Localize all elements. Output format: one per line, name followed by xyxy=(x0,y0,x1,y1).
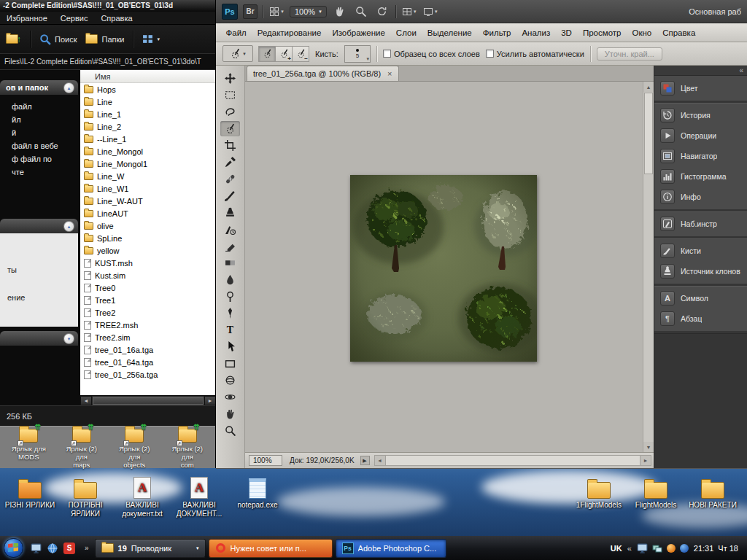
dodge-tool[interactable] xyxy=(220,289,240,304)
scrollbar-thumb[interactable] xyxy=(385,456,640,465)
panel-button-brushes[interactable]: Кисти xyxy=(654,241,747,261)
panel-button-presets[interactable]: Наб.инстр xyxy=(654,214,747,234)
lasso-tool[interactable] xyxy=(220,104,240,120)
pen-tool[interactable] xyxy=(220,306,240,321)
brush-tool[interactable] xyxy=(220,188,240,203)
explorer-menu-item[interactable]: Сервис xyxy=(54,14,95,23)
file-row[interactable]: Tree0 xyxy=(80,281,216,294)
file-row[interactable]: tree_01_64a.tga xyxy=(80,356,216,368)
desktop-icon[interactable]: ВАЖЛИВІ ДОКУМЕНТ... xyxy=(172,472,226,518)
alert-orange-icon[interactable] xyxy=(667,544,676,553)
desktop-icon[interactable]: ПОТРІБНІ ЯРЛИКИ xyxy=(58,472,112,518)
photoshop-menu-item[interactable]: Просмотр xyxy=(577,28,627,37)
view-extras-button[interactable]: ▾ xyxy=(268,4,285,19)
scroll-left-icon[interactable]: ◄ xyxy=(80,396,92,405)
display-2-icon[interactable] xyxy=(652,543,662,553)
photoshop-menu-item[interactable]: Выделение xyxy=(422,28,477,37)
hand-tool[interactable] xyxy=(220,406,240,421)
snagit-icon[interactable] xyxy=(63,542,75,554)
task-pane-item[interactable]: й xyxy=(12,128,79,137)
bridge-button[interactable]: Br xyxy=(243,4,258,19)
file-row[interactable]: Line_Mongol xyxy=(80,145,216,158)
file-row[interactable]: Line_W xyxy=(80,170,216,182)
panel-button-history[interactable]: История xyxy=(654,105,747,125)
dock-collapse-bar[interactable]: « xyxy=(654,66,747,76)
file-row[interactable]: Line_Mongol1 xyxy=(80,158,216,170)
start-button[interactable] xyxy=(4,538,23,558)
canvas-horizontal-scrollbar[interactable]: ◄ ► xyxy=(374,455,651,466)
document-image[interactable] xyxy=(350,175,537,362)
views-button[interactable]: ▾ xyxy=(142,34,160,44)
task-pane-item[interactable]: файл в вебе xyxy=(12,141,79,150)
file-row[interactable]: Kust.sim xyxy=(80,269,216,281)
photoshop-menu-item[interactable]: Слои xyxy=(390,28,422,37)
scroll-right-icon[interactable]: ► xyxy=(640,456,651,465)
scrollbar-thumb[interactable] xyxy=(644,93,653,174)
move-tool[interactable] xyxy=(220,71,240,86)
current-tool-well[interactable]: ▾ xyxy=(222,45,253,62)
quick-launch-chevron[interactable]: » xyxy=(82,544,91,552)
vertical-scrollbar[interactable]: ▲ ▼ xyxy=(643,82,654,452)
desktop-icon[interactable]: 1FlightModels xyxy=(572,472,626,510)
panel-button-para[interactable]: ¶Абзац xyxy=(654,308,747,329)
clone-stamp-tool[interactable] xyxy=(220,205,240,220)
show-desktop-icon[interactable] xyxy=(31,542,42,553)
task-pane-item[interactable]: ф файл по xyxy=(12,155,79,163)
taskbar-task-opera[interactable]: Нужен совет или п... xyxy=(209,539,333,558)
task-section-header[interactable] xyxy=(0,331,78,346)
healing-brush-tool[interactable] xyxy=(220,171,240,187)
up-button[interactable] xyxy=(6,34,21,44)
tray-chevron[interactable]: « xyxy=(627,544,632,553)
photoshop-menu-item[interactable]: Редактирование xyxy=(252,28,327,37)
arrange-documents-button[interactable]: ▾ xyxy=(401,4,417,19)
scroll-right-icon[interactable]: ► xyxy=(204,396,216,405)
new-selection-button[interactable] xyxy=(258,46,276,62)
3d-rotate-tool[interactable] xyxy=(220,373,240,388)
file-row[interactable]: olive xyxy=(80,219,216,232)
scroll-down-icon[interactable]: ▼ xyxy=(643,442,654,452)
file-row[interactable]: Tree2 xyxy=(80,306,216,319)
desktop-icon[interactable]: НОВІ РАКЕТИ xyxy=(686,472,740,510)
close-tab-icon[interactable]: × xyxy=(387,70,392,78)
shortcut-item[interactable]: Ярлык для MODS xyxy=(9,429,49,468)
refine-edge-button[interactable]: Уточн. край... xyxy=(597,47,662,61)
subtract-from-selection-button[interactable]: − xyxy=(292,46,309,62)
quick-selection-tool[interactable] xyxy=(220,121,240,136)
desktop-icon[interactable]: FlightModels xyxy=(629,472,683,510)
file-row[interactable]: Hops xyxy=(80,83,216,96)
task-pane-item[interactable]: файл xyxy=(12,102,79,111)
photoshop-menu-item[interactable]: Окно xyxy=(627,28,657,37)
collapse-chevron-icon[interactable] xyxy=(63,82,74,93)
path-selection-tool[interactable] xyxy=(220,339,240,354)
photoshop-menu-item[interactable]: Фильтр xyxy=(477,28,516,37)
sample-all-layers-checkbox[interactable]: Образец со всех слоев xyxy=(383,50,480,58)
file-row[interactable]: Line_1 xyxy=(80,108,216,120)
desktop-icon[interactable]: notepad.exe xyxy=(231,472,285,510)
3d-orbit-tool[interactable] xyxy=(220,389,240,405)
horizontal-scrollbar[interactable]: ◄ ► xyxy=(80,395,216,405)
rotate-view-button[interactable] xyxy=(374,4,390,19)
browser-icon[interactable] xyxy=(47,542,58,554)
scroll-left-icon[interactable]: ◄ xyxy=(375,456,385,465)
marquee-tool[interactable] xyxy=(220,88,240,103)
display-icon[interactable] xyxy=(637,542,648,553)
address-bar[interactable]: Files\IL-2 Complete Edition\#SAS\!!!_01_… xyxy=(0,54,216,70)
shortcut-item[interactable]: Ярлык (2) для com xyxy=(168,429,208,468)
zoom-level-dropdown[interactable]: 100% ▾ xyxy=(290,6,327,18)
taskbar-task-ps[interactable]: Adobe Photoshop C... xyxy=(336,539,446,558)
file-row[interactable]: Tree2.sim xyxy=(80,331,216,343)
photoshop-menu-item[interactable]: Файл xyxy=(220,28,252,37)
task-pane-item[interactable]: чте xyxy=(12,168,79,176)
file-row[interactable]: Line_W-AUT xyxy=(80,195,216,207)
zoom-field[interactable]: 100% xyxy=(249,455,282,466)
app-blue-icon[interactable] xyxy=(680,544,689,553)
taskbar-task-folder[interactable]: 19Проводник▾ xyxy=(95,539,206,558)
photoshop-menu-item[interactable]: 3D xyxy=(556,28,578,37)
scroll-up-icon[interactable]: ▲ xyxy=(643,82,654,92)
file-row[interactable]: SpLine xyxy=(80,232,216,244)
file-row[interactable]: KUST.msh xyxy=(80,257,216,269)
panel-button-color[interactable]: Цвет xyxy=(654,78,747,98)
panel-button-histogram[interactable]: Гистограмма xyxy=(654,166,747,187)
task-section-header[interactable] xyxy=(0,219,78,233)
photoshop-menu-item[interactable]: Справка xyxy=(657,28,701,37)
